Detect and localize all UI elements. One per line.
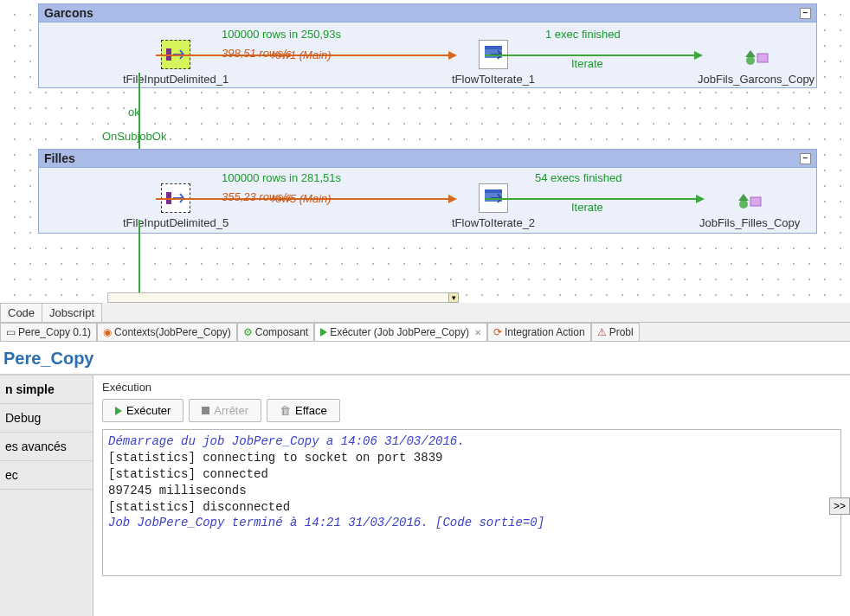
svg-rect-9 [750, 197, 761, 206]
svg-point-8 [739, 200, 748, 209]
minimize-icon[interactable]: − [800, 8, 811, 19]
tab-label: Composant [255, 326, 308, 338]
clear-button[interactable]: 🗑 Efface [267, 399, 340, 422]
contexts-icon: ◉ [103, 326, 112, 338]
svg-point-3 [746, 56, 755, 65]
tab-job-pere-copy[interactable]: ▭ Pere_Copy 0.1) [0, 323, 97, 341]
tab-label: Exécuter (Job JobPere_Copy) [330, 326, 469, 338]
sidebar-btn-advanced[interactable]: es avancés [0, 433, 93, 461]
subjob-filles-title: Filles [44, 151, 75, 165]
tab-label: Pere_Copy 0.1) [18, 326, 91, 338]
component-tflowtoiterate-2[interactable]: tFlowToIterate_2 [452, 183, 535, 229]
run-sidebar: n simple Debug es avancés ec [0, 375, 93, 616]
console-line: Job JobPere_Copy terminé à 14:21 31/03/2… [108, 516, 544, 529]
action-icon: ⟳ [493, 326, 502, 338]
run-button[interactable]: Exécuter [102, 399, 184, 422]
run-header-title: Pere_Copy [0, 342, 850, 375]
tab-problems[interactable]: ⚠ Probl [591, 323, 640, 341]
arrowhead-icon [696, 195, 705, 203]
subjob-garcons-title: Garcons [44, 6, 93, 20]
tab-jobscript[interactable]: Jobscript [42, 303, 102, 322]
sidebar-btn-execution-simple[interactable]: n simple [0, 375, 93, 404]
minimize-icon[interactable]: − [800, 153, 811, 164]
link-exec-stats: 1 exec finished [545, 28, 621, 41]
console-output[interactable]: Démarrage du job JobPere_Copy a 14:06 31… [102, 429, 841, 576]
tab-integration-action[interactable]: ⟳ Integration Action [487, 323, 591, 341]
link-iterate-name: Iterate [571, 201, 603, 214]
svg-rect-4 [757, 54, 768, 62]
svg-rect-7 [485, 189, 502, 193]
console-line: [statistics] connected [108, 467, 268, 481]
link-name: row1 (Main) [272, 48, 332, 61]
palette-mini-handle[interactable]: ▾ [448, 292, 459, 303]
console-line: 897245 milliseconds [108, 484, 247, 497]
close-icon[interactable]: ✕ [474, 328, 481, 337]
arrowhead-icon [694, 51, 703, 60]
play-icon [320, 328, 327, 337]
arrowhead-icon [448, 195, 457, 203]
runjob-icon [742, 40, 771, 69]
job-icon: ▭ [6, 326, 16, 338]
execution-section-label: Exécution [102, 381, 841, 394]
stop-button[interactable]: Arrêter [189, 399, 261, 422]
svg-rect-2 [485, 46, 502, 49]
designer-tabs-row: Code Jobscript [0, 303, 850, 323]
clear-icon: 🗑 [280, 404, 291, 417]
link-iterate-name: Iterate [571, 57, 603, 70]
link-name: row5 (Main) [272, 192, 332, 205]
console-line: [statistics] connecting to socket on por… [108, 451, 442, 465]
play-icon [115, 407, 122, 415]
subjob-garcons-title-bar: Garcons − [39, 4, 816, 22]
link-stats: 100000 rows in 281,51s [222, 171, 341, 184]
component-label: tFlowToIterate_1 [452, 73, 535, 86]
tab-code[interactable]: Code [0, 303, 42, 322]
stop-button-label: Arrêter [214, 404, 248, 417]
tab-contexts[interactable]: ◉ Contexts(JobPere_Copy) [97, 323, 237, 341]
trigger-name: OnSubjobOk [102, 130, 166, 143]
component-label: tFlowToIterate_2 [452, 216, 535, 229]
subjob-filles-title-bar: Filles − [39, 150, 816, 168]
link-iterate-2[interactable] [485, 198, 698, 200]
tab-label: Integration Action [505, 326, 585, 338]
trigger-ok: ok [128, 106, 140, 119]
editor-tabs-row: ▭ Pere_Copy 0.1) ◉ Contexts(JobPere_Copy… [0, 323, 850, 342]
stop-icon [202, 407, 209, 414]
tab-label: Contexts(JobPere_Copy) [114, 326, 231, 338]
tab-run-job[interactable]: Exécuter (Job JobPere_Copy) ✕ [314, 323, 487, 341]
component-jobfils-garcons[interactable]: JobFils_Garcons_Copy [698, 40, 815, 86]
problems-icon: ⚠ [597, 326, 607, 338]
link-exec-stats: 54 execs finished [535, 171, 621, 184]
clear-button-label: Efface [295, 404, 327, 417]
console-line: Démarrage du job JobPere_Copy a 14:06 31… [108, 434, 465, 448]
sidebar-btn-debug[interactable]: Debug [0, 404, 93, 433]
component-label: JobFils_Filles_Copy [699, 216, 800, 229]
console-line: [statistics] disconnected [108, 500, 290, 514]
tab-composant[interactable]: ⚙ Composant [237, 323, 314, 341]
component-jobfils-filles[interactable]: JobFils_Filles_Copy [699, 183, 800, 229]
link-iterate-1[interactable] [485, 55, 696, 56]
component-label: JobFils_Garcons_Copy [698, 73, 815, 86]
sidebar-btn-ec[interactable]: ec [0, 461, 93, 490]
run-button-label: Exécuter [126, 404, 171, 417]
job-designer-canvas[interactable]: Garcons − tFileInputDelimited_1 tFlowToI… [0, 0, 850, 303]
bottom-pane: Code Jobscript ▭ Pere_Copy 0.1) ◉ Contex… [0, 303, 850, 616]
run-panel: n simple Debug es avancés ec Exécution E… [0, 375, 850, 616]
scroll-right-button[interactable]: >> [829, 497, 850, 515]
component-tflowtoiterate-1[interactable]: tFlowToIterate_1 [452, 40, 535, 86]
tab-label: Probl [609, 326, 634, 338]
link-stats: 100000 rows in 250,93s [222, 28, 341, 41]
trigger-link-continuation [138, 220, 140, 303]
palette-mini-bar[interactable] [107, 292, 454, 303]
component-icon: ⚙ [243, 326, 253, 338]
arrowhead-icon [448, 51, 457, 60]
run-main: Exécution Exécuter Arrêter 🗑 Efface Déma… [93, 375, 850, 616]
runjob-icon [735, 183, 764, 213]
